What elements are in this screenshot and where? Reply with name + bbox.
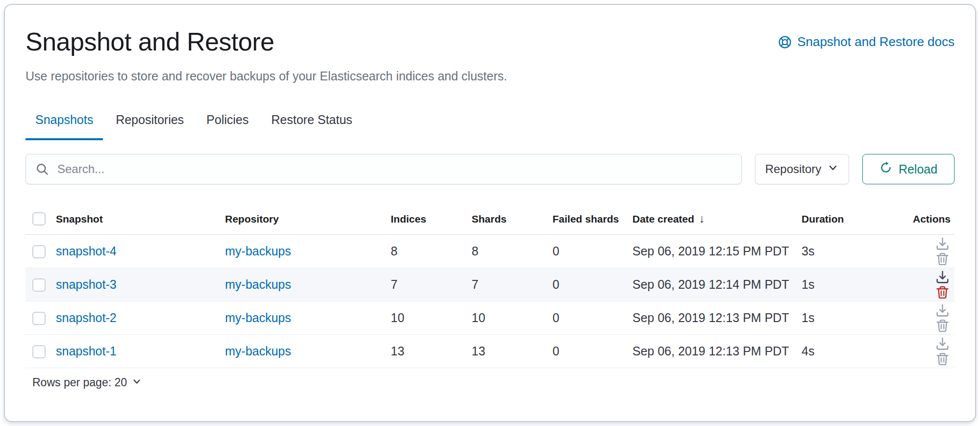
rows-per-page-label: Rows per page: 20 — [32, 376, 127, 389]
table-header-row: Snapshot Repository Indices Shards Faile… — [25, 204, 955, 234]
sort-desc-icon: ↓ — [699, 212, 705, 225]
rows-per-page-button[interactable]: Rows per page: 20 — [32, 376, 142, 390]
failed-shards-cell: 0 — [549, 234, 628, 268]
shards-cell: 13 — [468, 334, 549, 368]
trash-icon — [935, 352, 950, 366]
tab-bar: Snapshots Repositories Policies Restore … — [25, 112, 955, 140]
repository-link[interactable]: my-backups — [225, 244, 291, 258]
row-checkbox[interactable] — [32, 345, 46, 358]
delete-snapshot-button[interactable] — [935, 352, 950, 366]
life-ring-icon — [778, 35, 792, 49]
table-row: snapshot-2 my-backups 10 10 0 Sep 06, 20… — [25, 301, 955, 334]
page-subtitle: Use repositories to store and recover ba… — [25, 68, 955, 85]
date-created-cell: Sep 06, 2019 12:15 PM PDT — [628, 234, 798, 268]
docs-link-label: Snapshot and Restore docs — [797, 34, 955, 50]
duration-cell: 1s — [798, 301, 909, 334]
restore-snapshot-button[interactable] — [935, 270, 950, 284]
snapshot-link[interactable]: snapshot-1 — [56, 344, 117, 358]
table-row: snapshot-1 my-backups 13 13 0 Sep 06, 20… — [25, 334, 955, 368]
column-header-snapshot: Snapshot — [52, 204, 221, 234]
reload-label: Reload — [899, 162, 937, 176]
column-header-indices: Indices — [387, 204, 468, 234]
search-input[interactable] — [25, 154, 742, 184]
date-created-cell: Sep 06, 2019 12:14 PM PDT — [628, 268, 798, 301]
search-icon — [35, 162, 49, 176]
column-header-shards: Shards — [468, 204, 549, 234]
table-footer: Rows per page: 20 — [25, 376, 955, 390]
repository-link[interactable]: my-backups — [225, 311, 291, 325]
row-checkbox[interactable] — [32, 278, 46, 292]
table-row: snapshot-4 my-backups 8 8 0 Sep 06, 2019… — [25, 234, 955, 268]
reload-button[interactable]: Reload — [862, 154, 955, 184]
column-header-actions: Actions — [909, 204, 955, 234]
column-header-repository: Repository — [221, 204, 387, 234]
docs-link[interactable]: Snapshot and Restore docs — [778, 34, 955, 50]
tab-snapshots[interactable]: Snapshots — [25, 112, 103, 140]
indices-cell: 13 — [387, 334, 468, 368]
search-box — [25, 154, 742, 184]
repository-filter-label: Repository — [765, 162, 822, 176]
snapshots-table: Snapshot Repository Indices Shards Faile… — [25, 204, 955, 368]
trash-icon — [935, 252, 950, 266]
column-header-duration: Duration — [798, 204, 909, 234]
snapshot-link[interactable]: snapshot-4 — [56, 244, 117, 258]
snapshot-link[interactable]: snapshot-3 — [56, 277, 117, 291]
delete-snapshot-button[interactable] — [935, 319, 950, 333]
restore-snapshot-button[interactable] — [935, 337, 950, 351]
date-created-cell: Sep 06, 2019 12:13 PM PDT — [628, 334, 798, 368]
date-created-cell: Sep 06, 2019 12:13 PM PDT — [628, 301, 798, 334]
duration-cell: 4s — [798, 334, 909, 368]
shards-cell: 10 — [468, 301, 549, 334]
indices-cell: 7 — [387, 268, 468, 301]
page-header: Snapshot and Restore Snapshot and Restor… — [25, 27, 955, 57]
duration-cell: 3s — [798, 234, 909, 268]
restore-snapshot-button[interactable] — [935, 237, 950, 251]
table-row: snapshot-3 my-backups 7 7 0 Sep 06, 2019… — [25, 268, 955, 301]
failed-shards-cell: 0 — [549, 268, 628, 301]
indices-cell: 10 — [387, 301, 468, 334]
row-checkbox[interactable] — [32, 245, 46, 258]
trash-icon — [935, 285, 950, 300]
toolbar: Repository Reload — [25, 154, 955, 184]
tab-policies[interactable]: Policies — [197, 112, 258, 140]
download-icon — [935, 337, 950, 351]
snapshot-link[interactable]: snapshot-2 — [56, 311, 117, 325]
repository-link[interactable]: my-backups — [225, 277, 291, 291]
delete-snapshot-button[interactable] — [935, 285, 950, 300]
failed-shards-cell: 0 — [549, 334, 628, 368]
indices-cell: 8 — [387, 234, 468, 268]
download-icon — [935, 237, 950, 251]
repository-filter-button[interactable]: Repository — [755, 154, 849, 184]
failed-shards-cell: 0 — [549, 301, 628, 334]
refresh-icon — [879, 161, 892, 177]
page-title: Snapshot and Restore — [25, 27, 274, 57]
tab-restore-status[interactable]: Restore Status — [261, 112, 362, 140]
shards-cell: 7 — [468, 268, 549, 301]
repository-link[interactable]: my-backups — [225, 344, 291, 358]
snapshot-restore-panel: Snapshot and Restore Snapshot and Restor… — [4, 4, 976, 422]
download-icon — [935, 303, 950, 318]
restore-snapshot-button[interactable] — [935, 303, 950, 318]
select-all-checkbox[interactable] — [32, 212, 46, 226]
date-created-label: Date created — [632, 213, 694, 225]
shards-cell: 8 — [468, 234, 549, 268]
download-icon — [935, 270, 950, 284]
row-checkbox[interactable] — [32, 312, 46, 325]
duration-cell: 1s — [798, 268, 909, 301]
tab-repositories[interactable]: Repositories — [106, 112, 194, 140]
chevron-down-icon — [827, 162, 839, 176]
delete-snapshot-button[interactable] — [935, 252, 950, 266]
column-header-date-created[interactable]: Date created↓ — [628, 204, 798, 234]
chevron-down-icon — [131, 376, 142, 390]
column-header-failed-shards: Failed shards — [549, 204, 628, 234]
trash-icon — [935, 319, 950, 333]
